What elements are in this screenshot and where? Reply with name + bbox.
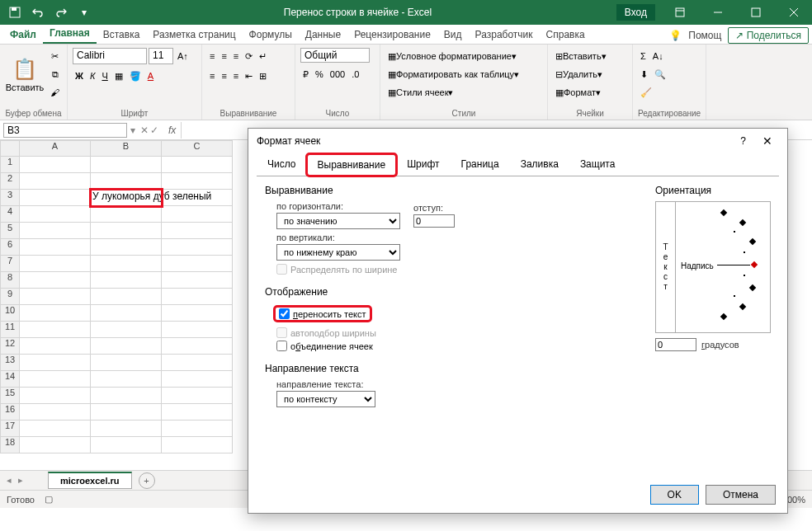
align-middle-icon[interactable]: ≡ bbox=[219, 48, 229, 64]
cell[interactable] bbox=[162, 289, 233, 305]
row-header[interactable]: 16 bbox=[0, 404, 20, 421]
cell[interactable] bbox=[91, 305, 162, 322]
share-button[interactable]: ↗ Поделиться bbox=[728, 27, 809, 44]
comma-icon[interactable]: 000 bbox=[328, 66, 347, 82]
degrees-spinner[interactable] bbox=[655, 338, 696, 351]
qat-dropdown-icon[interactable]: ▾ bbox=[74, 2, 94, 22]
tab-data[interactable]: Данные bbox=[299, 26, 347, 44]
find-icon[interactable]: 🔍 bbox=[652, 66, 668, 82]
row-header[interactable]: 10 bbox=[0, 305, 20, 322]
sheet-nav-next-icon[interactable]: ▸ bbox=[18, 475, 23, 486]
indent-spinner[interactable] bbox=[413, 214, 455, 228]
align-bottom-icon[interactable]: ≡ bbox=[231, 48, 241, 64]
autosum-icon[interactable]: Σ bbox=[638, 48, 649, 64]
dlg-tab-font[interactable]: Шрифт bbox=[396, 153, 450, 175]
dialog-help-icon[interactable]: ? bbox=[740, 135, 746, 147]
ribbon-options-icon[interactable] bbox=[662, 0, 698, 25]
copy-icon[interactable]: ⧉ bbox=[48, 66, 62, 82]
cell[interactable] bbox=[91, 371, 162, 388]
redo-icon[interactable] bbox=[51, 2, 71, 22]
font-size-combo[interactable]: 11 bbox=[149, 48, 173, 64]
underline-button[interactable]: Ч bbox=[99, 68, 110, 84]
macro-record-icon[interactable]: ▢ bbox=[45, 494, 53, 505]
horizontal-align-select[interactable]: по значению bbox=[276, 213, 400, 229]
row-header[interactable]: 1 bbox=[0, 157, 20, 173]
dlg-tab-protection[interactable]: Защита bbox=[569, 153, 626, 175]
dlg-tab-fill[interactable]: Заливка bbox=[510, 153, 569, 175]
align-left-icon[interactable]: ≡ bbox=[207, 68, 217, 84]
cell[interactable] bbox=[91, 239, 162, 256]
row-header[interactable]: 14 bbox=[0, 371, 20, 388]
cell[interactable] bbox=[20, 206, 91, 223]
row-header[interactable]: 13 bbox=[0, 355, 20, 371]
tab-page-layout[interactable]: Разметка страниц bbox=[146, 26, 242, 44]
login-button[interactable]: Вход bbox=[616, 4, 655, 21]
cancel-button[interactable]: Отмена bbox=[706, 485, 776, 505]
tab-review[interactable]: Рецензирование bbox=[347, 26, 437, 44]
undo-icon[interactable] bbox=[28, 2, 48, 22]
cell[interactable] bbox=[20, 272, 91, 289]
tell-me-icon[interactable]: 💡 bbox=[669, 30, 682, 41]
cell[interactable] bbox=[20, 190, 91, 206]
cell[interactable] bbox=[91, 338, 162, 355]
cell[interactable] bbox=[162, 256, 233, 272]
sort-icon[interactable]: A↓ bbox=[650, 48, 666, 64]
row-header[interactable]: 7 bbox=[0, 256, 20, 272]
fill-icon[interactable]: ⬇ bbox=[638, 66, 650, 82]
cell[interactable] bbox=[20, 371, 91, 388]
cell[interactable] bbox=[91, 404, 162, 421]
ok-button[interactable]: OK bbox=[650, 485, 699, 505]
dlg-tab-alignment[interactable]: Выравнивание bbox=[307, 154, 397, 176]
cell[interactable] bbox=[91, 322, 162, 338]
cell[interactable] bbox=[162, 157, 233, 173]
row-header[interactable]: 11 bbox=[0, 322, 20, 338]
cell[interactable] bbox=[20, 173, 91, 190]
tab-formulas[interactable]: Формулы bbox=[243, 26, 299, 44]
cell[interactable] bbox=[20, 437, 91, 453]
cell[interactable] bbox=[20, 421, 91, 437]
wrap-text-icon[interactable]: ↵ bbox=[257, 48, 269, 64]
increase-font-icon[interactable]: A↑ bbox=[175, 48, 191, 64]
close-icon[interactable] bbox=[776, 0, 812, 25]
text-direction-select[interactable]: по контексту bbox=[276, 391, 375, 407]
wrap-text-checkbox[interactable] bbox=[279, 308, 290, 319]
row-header[interactable]: 2 bbox=[0, 173, 20, 190]
format-cells-button[interactable]: ▦ Формат ▾ bbox=[553, 84, 627, 101]
row-header[interactable]: 4 bbox=[0, 206, 20, 223]
cell[interactable] bbox=[162, 173, 233, 190]
orientation-dial[interactable]: Надпись bbox=[676, 202, 770, 332]
format-painter-icon[interactable]: 🖌 bbox=[48, 84, 62, 101]
orientation-vertical-text[interactable]: Текст bbox=[656, 202, 676, 332]
align-top-icon[interactable]: ≡ bbox=[207, 48, 217, 64]
select-all-corner[interactable] bbox=[0, 140, 20, 157]
cell[interactable] bbox=[162, 223, 233, 239]
cell[interactable] bbox=[162, 322, 233, 338]
conditional-formatting-button[interactable]: ▦ Условное форматирование ▾ bbox=[385, 48, 542, 64]
cell[interactable] bbox=[20, 305, 91, 322]
decrease-indent-icon[interactable]: ⇤ bbox=[243, 68, 255, 84]
tab-view[interactable]: Вид bbox=[437, 26, 469, 44]
cell[interactable] bbox=[91, 437, 162, 453]
font-name-combo[interactable]: Calibri bbox=[73, 48, 147, 64]
row-header[interactable]: 6 bbox=[0, 239, 20, 256]
row-header[interactable]: 12 bbox=[0, 338, 20, 355]
cell[interactable] bbox=[20, 157, 91, 173]
tab-developer[interactable]: Разработчик bbox=[469, 26, 540, 44]
orientation-control[interactable]: Текст Надпись bbox=[655, 201, 771, 333]
cell[interactable] bbox=[162, 437, 233, 453]
insert-cells-button[interactable]: ⊞ Вставить ▾ bbox=[553, 48, 627, 64]
minimize-icon[interactable] bbox=[700, 0, 736, 25]
name-box[interactable]: B3 bbox=[3, 123, 127, 138]
cell[interactable] bbox=[162, 305, 233, 322]
cell[interactable] bbox=[91, 355, 162, 371]
col-header-c[interactable]: C bbox=[162, 140, 233, 157]
cell[interactable] bbox=[20, 355, 91, 371]
delete-cells-button[interactable]: ⊟ Удалить ▾ bbox=[553, 66, 627, 82]
save-icon[interactable] bbox=[5, 2, 25, 22]
clear-icon[interactable]: 🧹 bbox=[638, 84, 654, 101]
cell[interactable] bbox=[20, 223, 91, 239]
tab-file[interactable]: Файл bbox=[3, 26, 43, 44]
cell[interactable] bbox=[162, 272, 233, 289]
cell[interactable] bbox=[91, 289, 162, 305]
border-icon[interactable]: ▦ bbox=[112, 68, 125, 84]
